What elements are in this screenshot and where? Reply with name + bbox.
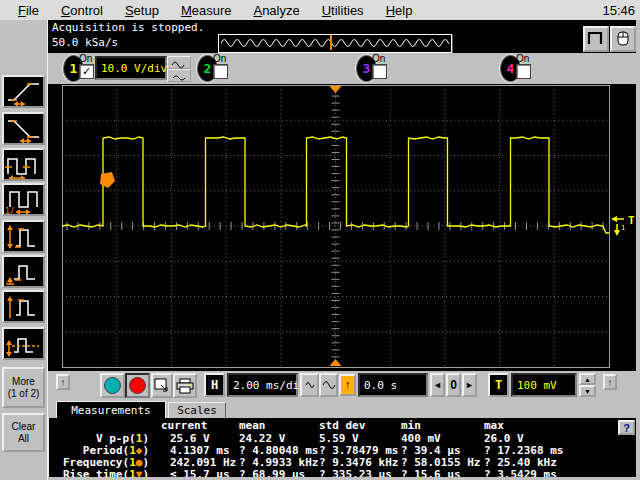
mouse-icon: [613, 28, 633, 48]
svg-text:T: T: [628, 214, 635, 227]
channel-3-on-control: On: [372, 53, 388, 79]
channel-3-on-label: On: [372, 53, 388, 64]
run-button[interactable]: [100, 373, 125, 398]
graticule: [62, 85, 610, 369]
marker-left-button[interactable]: ↑: [56, 374, 70, 390]
run-icon: [104, 377, 121, 394]
tab-bar: Measurements Scales: [48, 401, 636, 418]
trigger-position-button[interactable]: ↑: [339, 374, 356, 396]
marker-right-button[interactable]: ↑: [603, 374, 617, 390]
horizontal-menu-button[interactable]: H: [204, 373, 225, 397]
oscilloscope-screen: FileControlSetupMeasureAnalyzeUtilitiesH…: [0, 0, 640, 480]
header-mean: mean: [239, 419, 266, 432]
menu-item-file[interactable]: File: [18, 3, 39, 18]
channel-1-on-checkbox[interactable]: ✓: [79, 64, 94, 79]
more-label-1: More: [12, 376, 35, 387]
menu-item-analyze[interactable]: Analyze: [253, 3, 299, 18]
channel-1-scale-up-button[interactable]: [167, 56, 191, 69]
timebase-display[interactable]: 2.00 ms/div: [227, 373, 298, 397]
period-icon[interactable]: [2, 148, 45, 181]
menu-item-utilities[interactable]: Utilities: [322, 3, 364, 18]
frequency-icon[interactable]: 1/: [2, 183, 45, 216]
waveform-preview-slider[interactable]: [218, 34, 452, 53]
right-strip: [636, 20, 640, 477]
header-std-dev: std dev: [319, 419, 365, 432]
screen-copy-button[interactable]: [151, 373, 173, 398]
channel-1-scale-display[interactable]: 10.0 V/div: [95, 56, 167, 80]
trigger-level-marker[interactable]: T 1: [610, 212, 638, 242]
clear-all-button[interactable]: Clear All: [2, 413, 45, 452]
header-min: min: [401, 419, 421, 432]
stop-button[interactable]: [125, 373, 150, 398]
tab-measurements[interactable]: Measurements: [56, 401, 166, 418]
clear-label-1: Clear: [12, 421, 36, 432]
delay-zero-button[interactable]: 0: [446, 373, 461, 397]
v-max-icon[interactable]: [2, 290, 45, 323]
header-current: current: [161, 419, 207, 432]
v-min-icon[interactable]: [2, 255, 45, 288]
channel-4-on-label: On: [516, 53, 532, 64]
acquisition-status: Acquisition is stopped.: [52, 21, 204, 34]
measurement-row-frequency: Frequency(1●)242.091 Hz? 4.9933 kHz? 9.3…: [49, 456, 637, 468]
stop-icon: [129, 377, 146, 394]
more-button[interactable]: More (1 of 2): [2, 367, 45, 408]
trigger-level-display[interactable]: 100 mV: [511, 373, 577, 397]
channel-1-on-control: On ✓: [79, 53, 95, 79]
timebase-zoom-out-button[interactable]: [300, 373, 319, 397]
channel-1-on-label: On: [79, 53, 95, 64]
v-p-p-icon[interactable]: [2, 220, 45, 253]
menu-item-help[interactable]: Help: [386, 3, 413, 18]
menu-item-setup[interactable]: Setup: [125, 3, 159, 18]
channel-3-on-checkbox[interactable]: [372, 64, 387, 79]
trigger-level-down-button[interactable]: ▼: [579, 385, 596, 397]
menu-item-control[interactable]: Control: [61, 3, 103, 18]
channel-2-on-label: On: [213, 53, 229, 64]
measurements-panel: ? currentmeanstd devminmaxV p-p(1)25.6 V…: [48, 418, 636, 477]
screen-copy-icon: [154, 378, 170, 394]
up-arrow-icon: ↑: [345, 378, 351, 392]
printer-icon: [176, 378, 194, 394]
measurements-header-row: currentmeanstd devminmax: [49, 419, 637, 431]
channel-4-on-control: On: [516, 53, 532, 79]
channel-4-on-checkbox[interactable]: [516, 64, 531, 79]
clock: 15:46: [602, 3, 635, 18]
v-avg-icon[interactable]: [2, 327, 45, 360]
menu-items: FileControlSetupMeasureAnalyzeUtilitiesH…: [0, 3, 412, 18]
print-button[interactable]: [173, 373, 197, 398]
delay-display[interactable]: 0.0 s: [358, 373, 428, 397]
menu-item-measure[interactable]: Measure: [181, 3, 232, 18]
channel-bar: 1 On ✓ 10.0 V/div 2 On 3 On 4 On: [48, 53, 636, 84]
channel-2-on-control: On: [213, 53, 229, 79]
more-label-2: (1 of 2): [8, 388, 40, 399]
menu-bar: FileControlSetupMeasureAnalyzeUtilitiesH…: [0, 0, 640, 20]
control-bar: ↑ H 2.00 ms/div ↑ 0.0 s ◄ 0 ► T 100 mV ▲…: [48, 371, 636, 401]
status-bar: Acquisition is stopped. 50.0 kSa/s: [48, 20, 636, 53]
fall-time-icon[interactable]: [2, 112, 45, 145]
pulse-icon: [589, 33, 601, 44]
measurement-row-v-p-p: V p-p(1)25.6 V24.22 V5.59 V400 mV26.0 V: [49, 432, 637, 444]
trigger-menu-button[interactable]: T: [488, 373, 509, 397]
tab-scales[interactable]: Scales: [168, 402, 226, 418]
delay-left-button[interactable]: ◄: [430, 373, 445, 397]
measurement-row-period: Period(1◆)4.1307 ms? 4.80048 ms? 3.78479…: [49, 444, 637, 456]
waveform-display: T 1: [48, 84, 636, 371]
mouse-mode-button[interactable]: [610, 26, 636, 52]
rise-time-icon[interactable]: [2, 75, 45, 108]
header-max: max: [484, 419, 504, 432]
clear-label-2: All: [18, 433, 29, 444]
svg-text:1: 1: [621, 224, 625, 232]
measurement-toolbar: 1/ More (1 of 2) Clear All: [0, 20, 48, 480]
trigger-level-up-button[interactable]: ▲: [579, 373, 596, 385]
timebase-zoom-in-button[interactable]: [319, 373, 338, 397]
channel-2-on-checkbox[interactable]: [213, 64, 228, 79]
sample-rate: 50.0 kSa/s: [52, 36, 118, 49]
pulse-mode-button[interactable]: [583, 26, 609, 52]
svg-text:1/: 1/: [5, 207, 15, 214]
channel-1-scale-down-button[interactable]: [167, 69, 191, 82]
delay-right-button[interactable]: ►: [462, 373, 477, 397]
